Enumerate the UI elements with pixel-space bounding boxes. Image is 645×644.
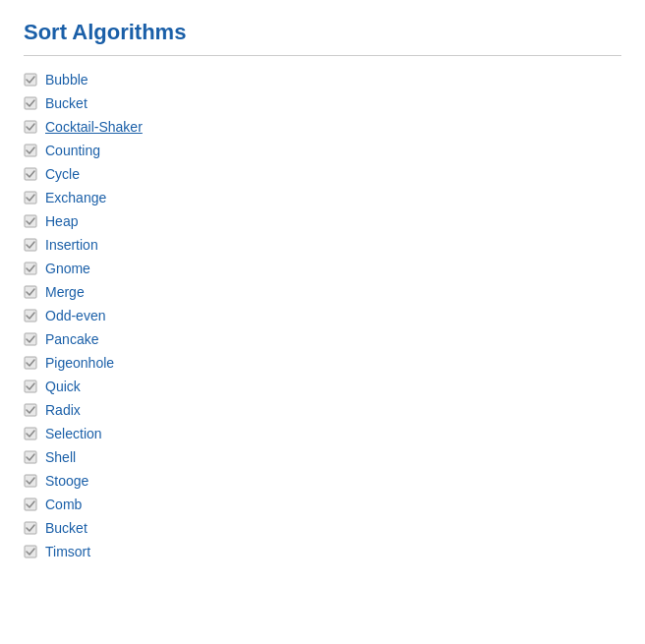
list-item: Pancake — [24, 327, 621, 351]
checkbox-icon[interactable] — [24, 238, 37, 252]
algorithm-link[interactable]: Radix — [45, 402, 81, 418]
checkbox-icon[interactable] — [24, 120, 37, 134]
checkbox-icon[interactable] — [24, 403, 37, 417]
checkbox-icon[interactable] — [24, 309, 37, 322]
checkbox-icon[interactable] — [24, 191, 37, 205]
title-divider — [24, 55, 621, 56]
checkbox-icon[interactable] — [24, 167, 37, 181]
algorithm-link[interactable]: Timsort — [45, 544, 90, 559]
list-item: Bucket — [24, 516, 621, 540]
algorithm-link[interactable]: Stooge — [45, 473, 88, 489]
algorithm-link[interactable]: Gnome — [45, 261, 90, 276]
checkbox-icon[interactable] — [24, 380, 37, 393]
list-item: Counting — [24, 139, 621, 162]
algorithm-link[interactable]: Cycle — [45, 166, 80, 182]
checkbox-icon[interactable] — [24, 450, 37, 464]
list-item: Exchange — [24, 186, 621, 209]
list-item: Selection — [24, 422, 621, 445]
checkbox-icon[interactable] — [24, 73, 37, 87]
list-item: Quick — [24, 375, 621, 398]
algorithm-link[interactable]: Pigeonhole — [45, 355, 114, 371]
list-item: Heap — [24, 209, 621, 233]
algorithm-link[interactable]: Bucket — [45, 95, 88, 111]
algorithm-link[interactable]: Comb — [45, 497, 82, 512]
checkbox-icon[interactable] — [24, 521, 37, 535]
checkbox-icon[interactable] — [24, 332, 37, 346]
list-item: Cycle — [24, 162, 621, 186]
algorithm-link[interactable]: Cocktail-Shaker — [45, 119, 143, 135]
list-item: Stooge — [24, 469, 621, 493]
algorithm-link[interactable]: Selection — [45, 426, 102, 441]
list-item: Timsort — [24, 540, 621, 563]
list-item: Pigeonhole — [24, 351, 621, 375]
list-item: Shell — [24, 445, 621, 469]
list-item: Merge — [24, 280, 621, 304]
checkbox-icon[interactable] — [24, 285, 37, 299]
checkbox-icon[interactable] — [24, 356, 37, 370]
algorithm-link[interactable]: Quick — [45, 379, 81, 394]
checkbox-icon[interactable] — [24, 262, 37, 275]
list-item: Insertion — [24, 233, 621, 257]
checkbox-icon[interactable] — [24, 144, 37, 157]
list-item: Radix — [24, 398, 621, 422]
list-item: Bucket — [24, 91, 621, 115]
list-item: Comb — [24, 493, 621, 516]
algorithm-link[interactable]: Odd-even — [45, 308, 105, 323]
algorithm-link[interactable]: Counting — [45, 143, 100, 158]
algorithm-link[interactable]: Bucket — [45, 520, 88, 536]
algorithm-link[interactable]: Insertion — [45, 237, 98, 253]
page-title: Sort Algorithms — [24, 20, 621, 45]
list-item: Cocktail-Shaker — [24, 115, 621, 139]
checkbox-icon[interactable] — [24, 474, 37, 488]
checkbox-icon[interactable] — [24, 545, 37, 558]
algorithm-link[interactable]: Merge — [45, 284, 85, 300]
list-item: Bubble — [24, 68, 621, 91]
algorithm-link[interactable]: Heap — [45, 213, 78, 229]
checkbox-icon[interactable] — [24, 498, 37, 511]
algorithm-link[interactable]: Bubble — [45, 72, 88, 88]
algorithm-link[interactable]: Exchange — [45, 190, 106, 205]
list-item: Gnome — [24, 257, 621, 280]
checkbox-icon[interactable] — [24, 96, 37, 110]
algorithm-list: Bubble Bucket Cocktail-Shaker Counting C… — [24, 68, 621, 563]
checkbox-icon[interactable] — [24, 214, 37, 228]
algorithm-link[interactable]: Shell — [45, 449, 76, 465]
list-item: Odd-even — [24, 304, 621, 327]
checkbox-icon[interactable] — [24, 427, 37, 440]
algorithm-link[interactable]: Pancake — [45, 331, 98, 347]
